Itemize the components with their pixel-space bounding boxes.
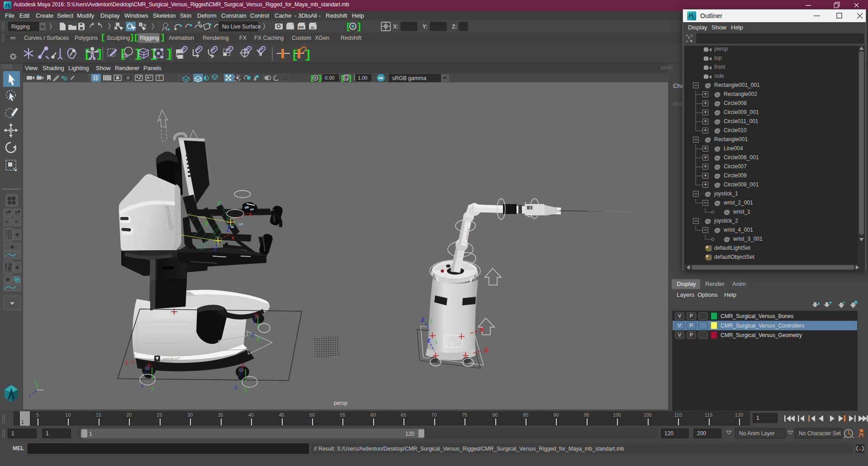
svg-text:X: X: [484, 346, 489, 354]
svg-text:[: [: [310, 74, 314, 82]
svg-text:z: z: [421, 315, 425, 323]
svg-text:z: z: [213, 245, 217, 253]
svg-text:IPR: IPR: [299, 26, 304, 29]
svg-text:y: y: [204, 219, 208, 226]
svg-text:z: z: [226, 225, 230, 233]
svg-text:y: y: [257, 335, 260, 342]
svg-text:x: x: [231, 233, 235, 241]
svg-text:0.00: 0.00: [325, 75, 334, 81]
svg-text:[: [: [291, 48, 299, 62]
svg-text:T: T: [158, 76, 161, 81]
svg-text:+: +: [843, 300, 845, 305]
svg-text:]: ]: [96, 48, 103, 61]
svg-text:X:: X:: [393, 24, 398, 30]
svg-text:z: z: [28, 393, 31, 399]
svg-text:y: y: [34, 378, 37, 383]
svg-text:z: z: [234, 384, 237, 390]
svg-text:1.00: 1.00: [358, 75, 367, 81]
svg-text:]: ]: [356, 22, 362, 32]
svg-text:No Live Surface: No Live Surface: [222, 24, 261, 30]
svg-text:Z:: Z:: [452, 24, 457, 30]
svg-text:y: y: [151, 385, 154, 391]
svg-text:]: ]: [318, 74, 322, 82]
svg-text:versius°: versius°: [162, 356, 180, 361]
svg-text:y: y: [244, 386, 247, 393]
svg-text:ON: ON: [378, 76, 383, 80]
svg-text:[: [: [346, 22, 351, 32]
svg-text:Y:: Y:: [422, 24, 427, 30]
svg-text:X: X: [479, 326, 484, 333]
svg-text:z: z: [427, 336, 431, 344]
svg-text:x: x: [248, 210, 252, 218]
svg-text:y: y: [217, 198, 221, 206]
svg-text:sRGB gamma: sRGB gamma: [392, 75, 427, 81]
svg-text:x: x: [125, 359, 128, 366]
svg-text:]: ]: [348, 74, 352, 82]
svg-text:z: z: [251, 331, 255, 338]
